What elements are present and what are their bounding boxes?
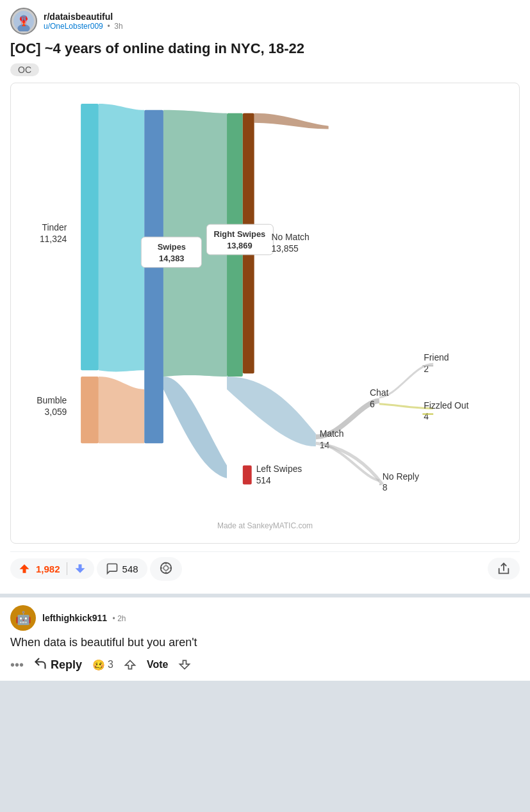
downvote-button[interactable] bbox=[74, 562, 87, 575]
comment-reply-button[interactable]: Reply bbox=[34, 657, 82, 673]
more-icon: ••• bbox=[10, 658, 24, 672]
emoji-count: 3 bbox=[108, 659, 113, 670]
svg-point-38 bbox=[163, 565, 168, 570]
svg-text:13,855: 13,855 bbox=[271, 243, 299, 253]
svg-text:Match: Match bbox=[320, 428, 344, 439]
post-title: [OC] ~4 years of online dating in NYC, 1… bbox=[10, 40, 520, 58]
vote-word: Vote bbox=[147, 659, 168, 670]
comment-button[interactable]: 548 bbox=[97, 558, 147, 579]
svg-rect-4 bbox=[81, 104, 99, 370]
comment-more-button[interactable]: ••• bbox=[10, 658, 24, 672]
made-at-label: Made at SankeyMATIC.com bbox=[217, 521, 313, 530]
post-card: 🦞 r/dataisbeautiful u/OneLobster009 • 3h… bbox=[0, 0, 530, 594]
comment-avatar: 🤖 bbox=[10, 605, 36, 631]
action-bar: 1,982 548 bbox=[10, 551, 520, 586]
svg-text:Left Swipes: Left Swipes bbox=[256, 463, 302, 473]
svg-text:13,869: 13,869 bbox=[227, 241, 252, 250]
svg-rect-9 bbox=[243, 465, 252, 484]
vote-section: 1,982 bbox=[10, 558, 94, 579]
reply-icon bbox=[34, 657, 47, 673]
svg-text:No Match: No Match bbox=[271, 232, 309, 242]
user-time: u/OneLobster009 • 3h bbox=[44, 22, 123, 31]
share-button[interactable] bbox=[488, 558, 520, 580]
svg-text:4: 4 bbox=[424, 411, 429, 421]
svg-text:8: 8 bbox=[383, 482, 388, 492]
svg-text:No Reply: No Reply bbox=[383, 471, 419, 481]
comment-section: 🤖 lefthighkick911 • 2h When data is beau… bbox=[0, 597, 530, 681]
post-meta: r/dataisbeautiful u/OneLobster009 • 3h bbox=[44, 12, 123, 31]
comment-time: • 2h bbox=[113, 614, 126, 623]
comment-username[interactable]: lefthighkick911 bbox=[42, 613, 107, 623]
svg-text:Friend: Friend bbox=[424, 352, 449, 362]
comment-count: 548 bbox=[122, 564, 138, 574]
upvote-button[interactable] bbox=[18, 562, 31, 575]
svg-text:Right Swipes: Right Swipes bbox=[213, 229, 265, 239]
svg-text:Tinder: Tinder bbox=[42, 222, 67, 232]
svg-rect-6 bbox=[144, 110, 163, 443]
svg-text:Fizzled Out: Fizzled Out bbox=[424, 400, 468, 410]
chart-container: Swipes 14,383 Right Swipes 13,869 Tinder… bbox=[10, 83, 520, 544]
subreddit-name[interactable]: r/dataisbeautiful bbox=[44, 12, 123, 22]
comment-downvote-button[interactable] bbox=[178, 658, 191, 671]
post-header: 🦞 r/dataisbeautiful u/OneLobster009 • 3h bbox=[10, 8, 520, 35]
comment-emoji-votes: 🥴 3 bbox=[92, 659, 113, 671]
svg-text:🦞: 🦞 bbox=[18, 15, 29, 27]
comment-user-info: lefthighkick911 • 2h bbox=[42, 612, 126, 624]
svg-text:Chat: Chat bbox=[370, 387, 388, 397]
username[interactable]: u/OneLobster009 bbox=[44, 22, 103, 31]
vote-divider bbox=[67, 562, 67, 575]
award-button[interactable] bbox=[150, 557, 182, 581]
post-time: 3h bbox=[114, 22, 122, 31]
award-icon bbox=[159, 561, 173, 577]
svg-text:6: 6 bbox=[370, 398, 375, 409]
vote-count: 1,982 bbox=[36, 564, 60, 574]
chart-area: Swipes 14,383 Right Swipes 13,869 Tinder… bbox=[17, 90, 513, 537]
svg-text:Bumble: Bumble bbox=[37, 394, 67, 405]
post-avatar[interactable]: 🦞 bbox=[10, 8, 37, 35]
comment-body: When data is beautiful but you aren't bbox=[10, 635, 520, 651]
comment-upvote-button[interactable] bbox=[124, 658, 137, 671]
post-flair[interactable]: OC bbox=[10, 63, 39, 76]
svg-rect-5 bbox=[81, 377, 99, 443]
comment-icon bbox=[106, 562, 119, 575]
comment-actions: ••• Reply 🥴 3 Vote bbox=[10, 657, 520, 673]
reply-label: Reply bbox=[51, 658, 82, 672]
sankey-chart: Swipes 14,383 Right Swipes 13,869 Tinder… bbox=[17, 90, 513, 537]
svg-text:3,059: 3,059 bbox=[45, 406, 67, 416]
svg-text:11,324: 11,324 bbox=[40, 234, 67, 244]
svg-text:514: 514 bbox=[256, 475, 271, 485]
svg-text:Swipes: Swipes bbox=[158, 241, 186, 251]
svg-text:14,383: 14,383 bbox=[159, 253, 184, 263]
comment-header: 🤖 lefthighkick911 • 2h bbox=[10, 605, 520, 631]
emoji-icon: 🥴 bbox=[92, 659, 105, 671]
